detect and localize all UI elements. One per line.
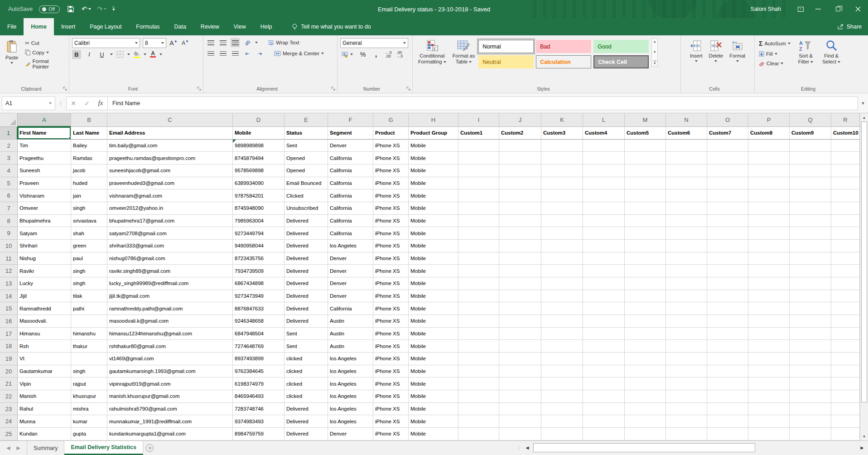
cell-H19[interactable]: Mobile (409, 353, 458, 365)
clear-button[interactable]: Clear (757, 60, 792, 67)
row-header-22[interactable]: 22 (0, 390, 18, 403)
cell-O23[interactable] (707, 403, 748, 416)
cell-I9[interactable] (458, 227, 499, 240)
cell-O13[interactable] (707, 277, 748, 290)
cell-K16[interactable] (541, 315, 583, 328)
cell-N14[interactable] (666, 290, 707, 303)
cell-C8[interactable]: bhupalmehra17@gmail.com (107, 215, 233, 228)
borders-icon[interactable] (116, 51, 124, 58)
cell-H16[interactable]: Mobile (409, 315, 458, 328)
customize-quick-access-icon[interactable]: ▾ (112, 7, 115, 11)
cell-M13[interactable] (625, 277, 666, 290)
cell-A21[interactable]: Vipin (18, 378, 71, 390)
cell-J2[interactable] (499, 140, 541, 152)
cell-J20[interactable] (499, 365, 541, 378)
row-header-19[interactable]: 19 (0, 353, 18, 365)
horizontal-scrollbar[interactable] (531, 443, 858, 452)
cell-A13[interactable]: Lucky (18, 277, 71, 290)
cell-A20[interactable]: Gautamkumar (18, 365, 71, 378)
cell-J7[interactable] (499, 202, 541, 215)
cell-H18[interactable]: Mobile (409, 340, 458, 353)
column-header-E[interactable]: E (285, 113, 328, 127)
cell-A25[interactable]: Kundan (18, 428, 71, 440)
share-button[interactable]: Share (837, 18, 862, 35)
cell-L3[interactable] (583, 152, 625, 165)
cell-Q8[interactable] (790, 215, 831, 228)
cell-O14[interactable] (707, 290, 748, 303)
cell-F9[interactable]: California (328, 227, 373, 240)
cell-P13[interactable] (748, 277, 790, 290)
cell-B24[interactable]: kumar (71, 415, 107, 428)
comma-style-button[interactable]: , (371, 50, 381, 59)
cell-I14[interactable] (458, 290, 499, 303)
cell-D10[interactable]: 9490958044 (233, 240, 285, 252)
cell-D1[interactable]: Mobile (233, 127, 285, 140)
cell-J3[interactable] (499, 152, 541, 165)
cell-F12[interactable]: Denver (328, 265, 373, 277)
conditional-formatting-button[interactable]: ≠ ConditionalFormatting (415, 38, 449, 67)
cell-F6[interactable]: California (328, 189, 373, 202)
cell-I8[interactable] (458, 215, 499, 228)
row-header-6[interactable]: 6 (0, 189, 18, 202)
cell-I5[interactable] (458, 177, 499, 190)
cell-G16[interactable]: iPhone XS (373, 315, 409, 328)
cell-B5[interactable]: huded (71, 177, 107, 190)
cell-R1[interactable]: Custom10 (831, 127, 860, 140)
cell-M12[interactable] (625, 265, 666, 277)
cell-I7[interactable] (458, 202, 499, 215)
cell-E17[interactable]: Sent (285, 328, 328, 340)
cell-N13[interactable] (666, 277, 707, 290)
cell-N4[interactable] (666, 165, 707, 177)
cell-P25[interactable] (748, 428, 790, 440)
cell-F1[interactable]: Segment (328, 127, 373, 140)
cell-C24[interactable]: munnakumar_1991@rediffmail.com (107, 415, 233, 428)
cell-E4[interactable]: Opened (285, 165, 328, 177)
cell-J13[interactable] (499, 277, 541, 290)
cell-R9[interactable] (831, 227, 860, 240)
cell-D18[interactable]: 7274648769 (233, 340, 285, 353)
cell-C25[interactable]: kundankumargupta1@gmail.com (107, 428, 233, 440)
cell-G9[interactable]: iPhone XS (373, 227, 409, 240)
cell-A17[interactable]: Himansu (18, 328, 71, 340)
cell-E8[interactable]: Delivered (285, 215, 328, 228)
cell-P20[interactable] (748, 365, 790, 378)
format-cells-button[interactable]: Format (727, 38, 748, 64)
cell-A8[interactable]: Bhupalmehra (18, 215, 71, 228)
cell-G21[interactable]: iPhone XS (373, 378, 409, 390)
cell-C18[interactable]: rshthakur80@gmail.com (107, 340, 233, 353)
cell-C7[interactable]: omveer2012@yahoo.in (107, 202, 233, 215)
cell-G25[interactable]: iPhone XS (373, 428, 409, 440)
cell-P12[interactable] (748, 265, 790, 277)
orientation-caret[interactable] (255, 42, 258, 44)
row-header-16[interactable]: 16 (0, 315, 18, 328)
cell-O17[interactable] (707, 328, 748, 340)
cell-O16[interactable] (707, 315, 748, 328)
cell-I4[interactable] (458, 165, 499, 177)
cell-Q4[interactable] (790, 165, 831, 177)
cell-E3[interactable]: Opened (285, 152, 328, 165)
cell-D13[interactable]: 6867434898 (233, 277, 285, 290)
cell-Q13[interactable] (790, 277, 831, 290)
cell-D6[interactable]: 9787584201 (233, 189, 285, 202)
cell-E11[interactable]: Delivered (285, 252, 328, 265)
cell-P4[interactable] (748, 165, 790, 177)
cell-A5[interactable]: Praveen (18, 177, 71, 190)
cell-O9[interactable] (707, 227, 748, 240)
autosave-toggle[interactable]: Off (39, 5, 60, 13)
cell-style-normal[interactable]: Normal (478, 40, 534, 53)
cell-O2[interactable] (707, 140, 748, 152)
cell-K10[interactable] (541, 240, 583, 252)
column-header-P[interactable]: P (748, 113, 790, 127)
cell-N15[interactable] (666, 302, 707, 315)
cell-O8[interactable] (707, 215, 748, 228)
wrap-text-button[interactable]: Wrap Text (266, 39, 300, 46)
cell-F19[interactable]: los Angeles (328, 353, 373, 365)
cell-M18[interactable] (625, 340, 666, 353)
cell-C19[interactable]: vt1469@gmail.com (107, 353, 233, 365)
cell-E24[interactable]: Delivered (285, 415, 328, 428)
cell-I18[interactable] (458, 340, 499, 353)
cell-L11[interactable] (583, 252, 625, 265)
font-size-combo[interactable]: 8 (143, 38, 166, 48)
new-sheet-button[interactable]: + (143, 441, 157, 455)
insert-function-icon[interactable]: fx (94, 97, 107, 110)
